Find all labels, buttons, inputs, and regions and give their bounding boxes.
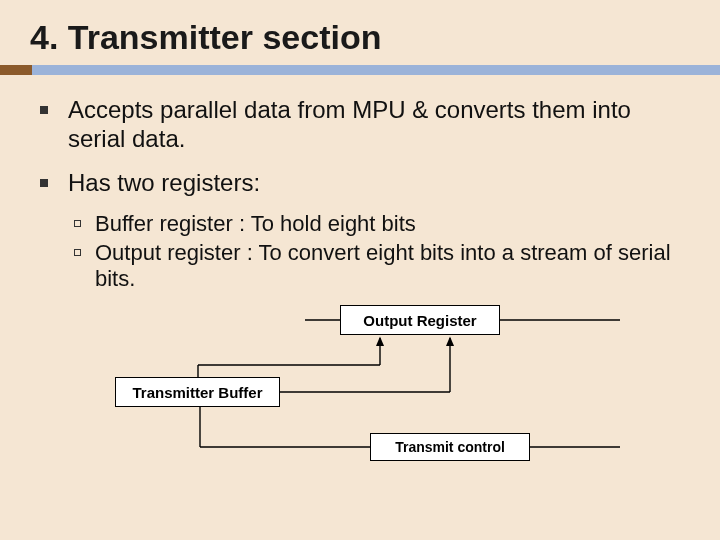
sub-bullet-item-2: Output register : To convert eight bits … xyxy=(74,240,680,294)
bullet-1-text: Accepts parallel data from MPU & convert… xyxy=(68,95,680,154)
sub-bullet-item-1: Buffer register : To hold eight bits xyxy=(74,211,680,238)
square-bullet-icon xyxy=(40,106,48,114)
square-bullet-icon xyxy=(40,179,48,187)
sub-bullet-2-text: Output register : To convert eight bits … xyxy=(95,240,680,294)
transmitter-diagram: Output Register Transmitter Buffer Trans… xyxy=(60,305,680,475)
bullet-item-1: Accepts parallel data from MPU & convert… xyxy=(40,95,680,154)
output-register-box: Output Register xyxy=(340,305,500,335)
bullet-item-2: Has two registers: xyxy=(40,168,680,197)
transmit-control-box: Transmit control xyxy=(370,433,530,461)
hollow-square-bullet-icon xyxy=(74,249,81,256)
bullet-2-text: Has two registers: xyxy=(68,168,260,197)
slide: 4. Transmitter section Accepts parallel … xyxy=(0,0,720,540)
content-area: Accepts parallel data from MPU & convert… xyxy=(0,75,720,475)
title-underline xyxy=(0,65,720,75)
sub-bullet-1-text: Buffer register : To hold eight bits xyxy=(95,211,416,238)
hollow-square-bullet-icon xyxy=(74,220,81,227)
slide-title: 4. Transmitter section xyxy=(0,0,720,65)
transmitter-buffer-box: Transmitter Buffer xyxy=(115,377,280,407)
